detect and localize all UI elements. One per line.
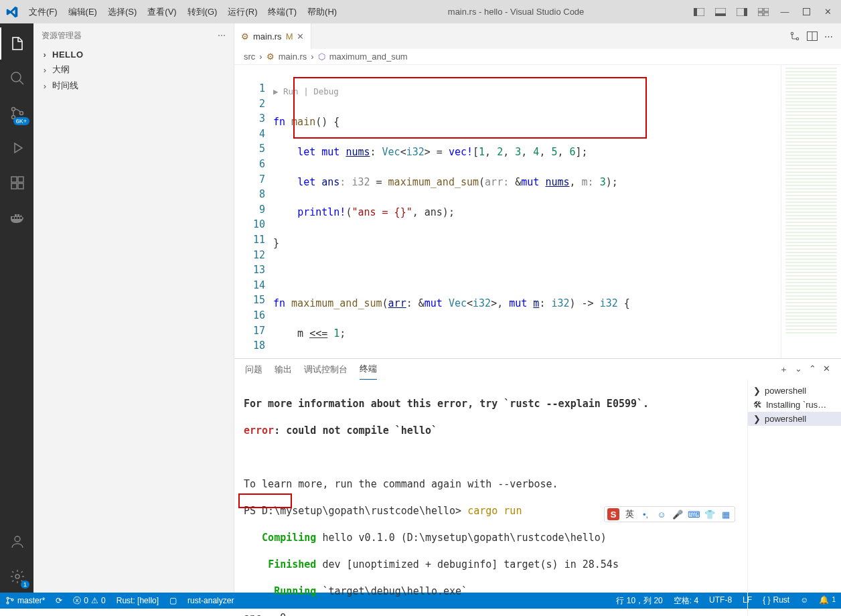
status-problems[interactable]: ⓧ0 ⚠0 <box>68 593 110 609</box>
activity-extensions-icon[interactable] <box>0 167 33 199</box>
explorer-sidebar: 资源管理器 ⋯ ›HELLO ›大纲 ›时间线 <box>33 23 234 593</box>
terminal-session[interactable]: ❯powershell <box>748 384 841 398</box>
activity-search-icon[interactable] <box>0 62 33 94</box>
layout-panel-bottom-icon[interactable] <box>711 3 730 21</box>
ime-toolbar[interactable]: S 英 •, ☺ 🎤 ⌨ 👕 ▦ <box>604 506 735 522</box>
terminal-icon: ❯ <box>753 386 761 396</box>
svg-point-12 <box>12 108 15 111</box>
svg-rect-17 <box>18 183 23 189</box>
chevron-right-icon: › <box>40 50 50 60</box>
status-sync-icon[interactable]: ⟳ <box>50 593 68 609</box>
terminal-line: `target\debug\hello.exe` <box>316 585 467 597</box>
status-stop-icon[interactable]: ▢ <box>164 593 182 609</box>
tab-main-rs[interactable]: ⚙ main.rs M ✕ <box>234 23 311 49</box>
terminal-output[interactable]: For more information about this error, t… <box>234 380 747 616</box>
breadcrumb-symbol[interactable]: maximum_and_sum <box>329 52 408 62</box>
title-bar: 文件(F) 编辑(E) 选择(S) 查看(V) 转到(G) 运行(R) 终端(T… <box>0 0 841 23</box>
activity-docker-icon[interactable] <box>0 202 33 234</box>
panel-tab-output[interactable]: 输出 <box>275 360 292 380</box>
ime-toolbox-icon[interactable]: ▦ <box>720 508 732 520</box>
terminal-session-label: powershell <box>765 414 806 424</box>
new-terminal-icon[interactable]: ＋ <box>779 360 788 380</box>
codelens-run-debug[interactable]: ▶ Run | Debug <box>273 84 781 100</box>
terminal-dropdown-icon[interactable]: ⌄ <box>795 360 802 380</box>
close-icon[interactable]: ✕ <box>297 31 304 42</box>
svg-rect-7 <box>764 8 769 11</box>
menu-terminal[interactable]: 终端(T) <box>262 0 302 23</box>
more-icon[interactable]: ⋯ <box>824 31 833 42</box>
activity-bar: 6K+ 1 <box>0 23 33 593</box>
menu-file[interactable]: 文件(F) <box>23 0 63 23</box>
panel-tab-debug-console[interactable]: 调试控制台 <box>304 360 348 380</box>
svg-rect-10 <box>803 9 810 15</box>
svg-rect-5 <box>744 8 747 16</box>
layout-panel-right-icon[interactable] <box>733 3 751 21</box>
menu-go[interactable]: 转到(G) <box>182 0 223 23</box>
minimap[interactable] <box>781 65 841 358</box>
svg-point-27 <box>11 599 13 601</box>
activity-scm-icon[interactable]: 6K+ <box>0 97 33 129</box>
layout-panel-left-icon[interactable] <box>690 3 708 21</box>
code-content[interactable]: ▶ Run | Debug fn main() { let mut nums: … <box>273 65 781 358</box>
panel-tab-terminal[interactable]: 终端 <box>360 359 377 380</box>
terminal-line: : could not compile `hello` <box>274 425 437 437</box>
window-maximize-icon[interactable] <box>797 3 816 21</box>
menu-edit[interactable]: 编辑(E) <box>63 0 102 23</box>
close-panel-icon[interactable]: ✕ <box>823 360 830 380</box>
breadcrumbs[interactable]: src› ⚙main.rs› ⬡maximum_and_sum <box>234 49 841 65</box>
status-rust-project[interactable]: Rust: [hello] <box>111 593 164 609</box>
ime-emoji-icon[interactable]: ☺ <box>656 508 668 520</box>
activity-explorer-icon[interactable] <box>0 27 33 60</box>
ime-lang-toggle[interactable]: 英 <box>623 508 635 520</box>
window-close-icon[interactable]: ✕ <box>818 3 837 21</box>
svg-rect-1 <box>694 8 697 16</box>
terminal-session-label: Installing `rus… <box>766 400 826 410</box>
sidebar-more-icon[interactable]: ⋯ <box>218 31 226 40</box>
chevron-right-icon: › <box>40 81 50 91</box>
terminal-icon: ❯ <box>753 414 761 424</box>
layout-customize-icon[interactable] <box>754 3 773 21</box>
ime-voice-icon[interactable]: 🎤 <box>672 508 684 520</box>
window-minimize-icon[interactable]: ― <box>775 3 794 21</box>
terminal-line: Finished <box>244 558 316 570</box>
sidebar-outline[interactable]: ›大纲 <box>33 62 234 78</box>
ime-keyboard-icon[interactable]: ⌨ <box>688 508 700 520</box>
svg-point-11 <box>11 72 21 82</box>
terminal-line: To learn more, run the command again wit… <box>244 477 738 491</box>
maximize-panel-icon[interactable]: ⌃ <box>809 360 816 380</box>
sidebar-timeline[interactable]: ›时间线 <box>33 78 234 94</box>
menu-run[interactable]: 运行(R) <box>222 0 262 23</box>
line-number-gutter: 123456789101112131415161718 <box>234 65 273 358</box>
terminal-session[interactable]: 🛠Installing `rus… <box>748 398 841 412</box>
activity-account-icon[interactable] <box>0 526 33 558</box>
menu-help[interactable]: 帮助(H) <box>302 0 342 23</box>
ime-punct-icon[interactable]: •, <box>639 508 652 520</box>
svg-point-22 <box>796 37 798 40</box>
sogou-logo-icon: S <box>607 508 619 520</box>
ime-skin-icon[interactable]: 👕 <box>704 508 716 520</box>
svg-point-26 <box>7 602 9 604</box>
code-editor[interactable]: 123456789101112131415161718 ▶ Run | Debu… <box>234 65 841 358</box>
svg-rect-9 <box>764 13 769 16</box>
editor-tabs: ⚙ main.rs M ✕ ⋯ <box>234 23 841 49</box>
svg-rect-16 <box>11 183 17 189</box>
menu-view[interactable]: 查看(V) <box>142 0 181 23</box>
breadcrumb-folder[interactable]: src <box>244 52 255 62</box>
compare-changes-icon[interactable] <box>789 31 800 42</box>
status-rust-analyzer[interactable]: rust-analyzer <box>182 593 239 609</box>
menu-selection[interactable]: 选择(S) <box>102 0 142 23</box>
scm-badge: 6K+ <box>13 117 29 125</box>
activity-debug-icon[interactable] <box>0 132 33 164</box>
chevron-right-icon: › <box>40 65 50 75</box>
svg-point-20 <box>15 574 19 579</box>
terminal-session[interactable]: ❯powershell <box>748 412 841 426</box>
panel-tab-problems[interactable]: 问题 <box>245 360 262 380</box>
terminal-line: Compiling <box>244 532 316 544</box>
split-editor-icon[interactable] <box>807 31 818 41</box>
activity-settings-icon[interactable]: 1 <box>0 560 33 593</box>
breadcrumb-file[interactable]: main.rs <box>279 52 307 62</box>
sidebar-label: 大纲 <box>52 64 70 76</box>
sidebar-folder-hello[interactable]: ›HELLO <box>33 48 234 62</box>
status-branch[interactable]: master* <box>0 593 50 609</box>
rust-file-icon: ⚙ <box>241 31 249 42</box>
